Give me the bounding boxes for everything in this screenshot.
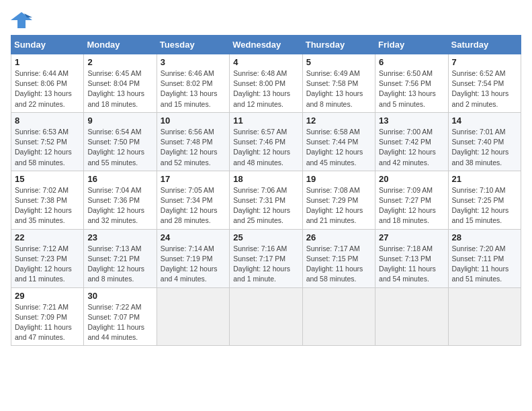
calendar-cell — [157, 287, 229, 346]
day-number: 28 — [452, 232, 517, 242]
header-tuesday: Tuesday — [157, 36, 229, 54]
header-sunday: Sunday — [11, 36, 84, 54]
calendar-cell: 2Sunrise: 6:45 AMSunset: 8:04 PMDaylight… — [84, 54, 157, 113]
day-info: Sunrise: 6:52 AMSunset: 7:54 PMDaylight:… — [452, 68, 517, 109]
header-monday: Monday — [84, 36, 157, 54]
day-number: 11 — [233, 116, 298, 126]
day-number: 29 — [15, 291, 80, 301]
day-info: Sunrise: 7:18 AMSunset: 7:13 PMDaylight:… — [379, 244, 444, 285]
day-number: 6 — [379, 57, 444, 67]
day-info: Sunrise: 7:13 AMSunset: 7:21 PMDaylight:… — [87, 244, 152, 285]
day-number: 8 — [15, 116, 80, 126]
day-number: 22 — [15, 232, 80, 242]
calendar-cell: 1Sunrise: 6:44 AMSunset: 8:06 PMDaylight… — [11, 54, 84, 113]
calendar-cell: 23Sunrise: 7:13 AMSunset: 7:21 PMDayligh… — [84, 229, 157, 287]
calendar-cell: 16Sunrise: 7:04 AMSunset: 7:36 PMDayligh… — [84, 171, 157, 229]
calendar-cell: 27Sunrise: 7:18 AMSunset: 7:13 PMDayligh… — [375, 229, 448, 287]
day-number: 23 — [87, 232, 152, 242]
calendar-week-row: 8Sunrise: 6:53 AMSunset: 7:52 PMDaylight… — [11, 112, 521, 171]
day-info: Sunrise: 6:54 AMSunset: 7:50 PMDaylight:… — [87, 127, 152, 168]
day-number: 13 — [379, 116, 444, 126]
header-wednesday: Wednesday — [230, 36, 302, 54]
day-info: Sunrise: 6:58 AMSunset: 7:44 PMDaylight:… — [306, 127, 371, 168]
calendar-header-row: SundayMondayTuesdayWednesdayThursdayFrid… — [11, 36, 521, 54]
calendar-cell: 4Sunrise: 6:48 AMSunset: 8:00 PMDaylight… — [230, 54, 302, 113]
header-saturday: Saturday — [448, 36, 521, 54]
day-info: Sunrise: 7:08 AMSunset: 7:29 PMDaylight:… — [306, 185, 371, 226]
day-number: 30 — [87, 291, 152, 301]
calendar-week-row: 1Sunrise: 6:44 AMSunset: 8:06 PMDaylight… — [11, 54, 521, 113]
calendar-cell: 12Sunrise: 6:58 AMSunset: 7:44 PMDayligh… — [302, 112, 375, 171]
calendar-cell: 15Sunrise: 7:02 AMSunset: 7:38 PMDayligh… — [11, 171, 84, 229]
day-number: 25 — [233, 232, 298, 242]
day-number: 2 — [87, 57, 152, 67]
day-number: 5 — [306, 57, 371, 67]
day-number: 20 — [379, 174, 444, 184]
day-number: 12 — [306, 116, 371, 126]
day-info: Sunrise: 7:12 AMSunset: 7:23 PMDaylight:… — [15, 244, 80, 285]
day-info: Sunrise: 7:17 AMSunset: 7:15 PMDaylight:… — [306, 244, 371, 285]
calendar-cell — [448, 287, 521, 346]
day-number: 19 — [306, 174, 371, 184]
day-info: Sunrise: 7:02 AMSunset: 7:38 PMDaylight:… — [15, 185, 80, 226]
day-number: 1 — [15, 57, 80, 67]
day-number: 16 — [87, 174, 152, 184]
header-friday: Friday — [375, 36, 448, 54]
svg-marker-0 — [11, 12, 32, 28]
calendar-cell: 3Sunrise: 6:46 AMSunset: 8:02 PMDaylight… — [157, 54, 229, 113]
calendar-cell: 25Sunrise: 7:16 AMSunset: 7:17 PMDayligh… — [230, 229, 302, 287]
day-info: Sunrise: 7:21 AMSunset: 7:09 PMDaylight:… — [15, 302, 80, 343]
day-number: 15 — [15, 174, 80, 184]
calendar-cell: 30Sunrise: 7:22 AMSunset: 7:07 PMDayligh… — [84, 287, 157, 346]
calendar-cell: 7Sunrise: 6:52 AMSunset: 7:54 PMDaylight… — [448, 54, 521, 113]
logo — [11, 11, 35, 30]
day-info: Sunrise: 6:57 AMSunset: 7:46 PMDaylight:… — [233, 127, 298, 168]
day-info: Sunrise: 7:09 AMSunset: 7:27 PMDaylight:… — [379, 185, 444, 226]
day-info: Sunrise: 6:45 AMSunset: 8:04 PMDaylight:… — [87, 68, 152, 109]
day-info: Sunrise: 7:16 AMSunset: 7:17 PMDaylight:… — [233, 244, 298, 285]
calendar-cell: 6Sunrise: 6:50 AMSunset: 7:56 PMDaylight… — [375, 54, 448, 113]
day-info: Sunrise: 7:10 AMSunset: 7:25 PMDaylight:… — [452, 185, 517, 226]
day-number: 14 — [452, 116, 517, 126]
calendar-cell — [375, 287, 448, 346]
logo-icon — [11, 11, 32, 30]
calendar-cell: 10Sunrise: 6:56 AMSunset: 7:48 PMDayligh… — [157, 112, 229, 171]
calendar-week-row: 15Sunrise: 7:02 AMSunset: 7:38 PMDayligh… — [11, 171, 521, 229]
day-info: Sunrise: 6:49 AMSunset: 7:58 PMDaylight:… — [306, 68, 371, 109]
calendar-cell: 5Sunrise: 6:49 AMSunset: 7:58 PMDaylight… — [302, 54, 375, 113]
day-info: Sunrise: 6:53 AMSunset: 7:52 PMDaylight:… — [15, 127, 80, 168]
header-thursday: Thursday — [302, 36, 375, 54]
calendar-cell: 21Sunrise: 7:10 AMSunset: 7:25 PMDayligh… — [448, 171, 521, 229]
calendar-cell: 14Sunrise: 7:01 AMSunset: 7:40 PMDayligh… — [448, 112, 521, 171]
calendar-cell: 24Sunrise: 7:14 AMSunset: 7:19 PMDayligh… — [157, 229, 229, 287]
day-number: 21 — [452, 174, 517, 184]
day-number: 24 — [161, 232, 226, 242]
day-info: Sunrise: 6:46 AMSunset: 8:02 PMDaylight:… — [161, 68, 226, 109]
day-info: Sunrise: 7:00 AMSunset: 7:42 PMDaylight:… — [379, 127, 444, 168]
day-number: 10 — [161, 116, 226, 126]
calendar-cell: 13Sunrise: 7:00 AMSunset: 7:42 PMDayligh… — [375, 112, 448, 171]
day-info: Sunrise: 6:56 AMSunset: 7:48 PMDaylight:… — [161, 127, 226, 168]
calendar-cell: 22Sunrise: 7:12 AMSunset: 7:23 PMDayligh… — [11, 229, 84, 287]
day-number: 7 — [452, 57, 517, 67]
day-info: Sunrise: 7:20 AMSunset: 7:11 PMDaylight:… — [452, 244, 517, 285]
calendar-week-row: 29Sunrise: 7:21 AMSunset: 7:09 PMDayligh… — [11, 287, 521, 346]
day-info: Sunrise: 7:05 AMSunset: 7:34 PMDaylight:… — [161, 185, 226, 226]
calendar-cell: 18Sunrise: 7:06 AMSunset: 7:31 PMDayligh… — [230, 171, 302, 229]
page-header — [11, 11, 521, 30]
calendar-cell: 26Sunrise: 7:17 AMSunset: 7:15 PMDayligh… — [302, 229, 375, 287]
day-number: 4 — [233, 57, 298, 67]
calendar-table: SundayMondayTuesdayWednesdayThursdayFrid… — [11, 35, 521, 346]
calendar-cell: 29Sunrise: 7:21 AMSunset: 7:09 PMDayligh… — [11, 287, 84, 346]
calendar-cell: 20Sunrise: 7:09 AMSunset: 7:27 PMDayligh… — [375, 171, 448, 229]
day-info: Sunrise: 6:50 AMSunset: 7:56 PMDaylight:… — [379, 68, 444, 109]
calendar-cell: 9Sunrise: 6:54 AMSunset: 7:50 PMDaylight… — [84, 112, 157, 171]
calendar-week-row: 22Sunrise: 7:12 AMSunset: 7:23 PMDayligh… — [11, 229, 521, 287]
day-info: Sunrise: 7:22 AMSunset: 7:07 PMDaylight:… — [87, 302, 152, 343]
calendar-cell: 8Sunrise: 6:53 AMSunset: 7:52 PMDaylight… — [11, 112, 84, 171]
calendar-cell: 11Sunrise: 6:57 AMSunset: 7:46 PMDayligh… — [230, 112, 302, 171]
day-number: 27 — [379, 232, 444, 242]
day-info: Sunrise: 7:06 AMSunset: 7:31 PMDaylight:… — [233, 185, 298, 226]
calendar-cell: 28Sunrise: 7:20 AMSunset: 7:11 PMDayligh… — [448, 229, 521, 287]
calendar-cell — [230, 287, 302, 346]
